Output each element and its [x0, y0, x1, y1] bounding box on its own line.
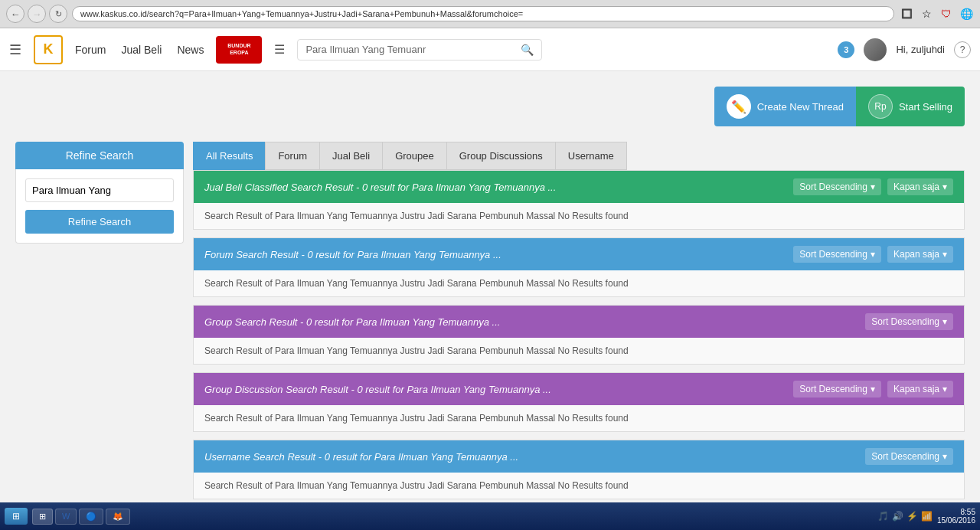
forum-kapan[interactable]: Kapan saja ▾ [887, 246, 953, 263]
username-title: Username Search Result - 0 result for Pa… [204, 451, 518, 463]
forum-title: Forum Search Result - 0 result for Para … [204, 249, 501, 260]
action-buttons: ✏️ Create New Thread Rp Start Selling [15, 87, 965, 126]
system-tray: 🎵 🔊 ⚡ 📶 [877, 511, 933, 522]
sidebar: Refine Search Refine Search [15, 142, 184, 507]
tray-icon-1: 🎵 [877, 511, 889, 522]
browser-actions: 🔲 ☆ 🛡 🌐 [899, 6, 974, 21]
tab-forum[interactable]: Forum [265, 142, 319, 170]
username-label: Hi, zuljuhdi [896, 44, 945, 55]
address-bar[interactable]: www.kaskus.co.id/search?q=Para+Ilmuan+Ya… [72, 6, 894, 21]
jual-beli-result: Jual Beli Classified Search Result - 0 r… [193, 170, 965, 230]
back-button[interactable]: ← [6, 5, 24, 23]
forum-sort[interactable]: Sort Descending ▾ [793, 246, 881, 263]
jual-beli-header: Jual Beli Classified Search Result - 0 r… [194, 171, 964, 203]
browser-nav-buttons: ← → ↻ [6, 5, 67, 23]
tab-groupee[interactable]: Groupee [382, 142, 446, 170]
sidebar-search-input[interactable] [25, 178, 174, 202]
main-nav: Forum Jual Beli News [75, 41, 204, 59]
url-text: www.kaskus.co.id/search?q=Para+Ilmuan+Ya… [80, 9, 523, 18]
header-right: 3 Hi, zuljuhdi ? [838, 38, 971, 61]
sell-icon: Rp [868, 94, 893, 119]
hamburger-menu[interactable]: ☰ [9, 41, 21, 58]
search-input[interactable] [305, 44, 521, 55]
nav-news[interactable]: News [177, 41, 204, 59]
taskbar-right: 🎵 🔊 ⚡ 📶 8:55 15/06/2016 [877, 508, 975, 525]
start-button[interactable]: ⊞ [5, 508, 28, 525]
create-thread-button[interactable]: ✏️ Create New Thread [714, 87, 856, 126]
group-discussion-title: Group Discussion Search Result - 0 resul… [204, 384, 551, 395]
nav-jual-beli[interactable]: Jual Beli [121, 41, 162, 59]
forum-header: Forum Search Result - 0 result for Para … [194, 238, 964, 270]
taskbar-word[interactable]: W [55, 509, 77, 525]
reload-button[interactable]: ↻ [49, 5, 67, 23]
forum-result: Forum Search Result - 0 result for Para … [193, 237, 965, 297]
taskbar-clock: 8:55 15/06/2016 [937, 508, 975, 525]
main-content: ✏️ Create New Thread Rp Start Selling Re… [0, 71, 980, 522]
search-box: 🔍 [297, 39, 542, 61]
sidebar-refine-button[interactable]: Refine Search [15, 142, 184, 169]
bundur-eropa-logo: BUNDUREROPA [216, 36, 262, 64]
extensions-icon[interactable]: 🔲 [899, 6, 914, 21]
results-area: All Results Forum Jual Beli Groupee Grou… [193, 142, 965, 507]
jual-beli-sort[interactable]: Sort Descending ▾ [793, 178, 881, 195]
notification-badge[interactable]: 3 [838, 41, 854, 58]
jual-beli-body: Search Result of Para Ilmuan Yang Temuan… [194, 203, 964, 229]
username-result: Username Search Result - 0 result for Pa… [193, 440, 965, 499]
forum-controls: Sort Descending ▾ Kapan saja ▾ [793, 246, 953, 263]
jual-beli-kapan[interactable]: Kapan saja ▾ [887, 178, 953, 195]
taskbar-windows[interactable]: ⊞ [32, 509, 53, 525]
group-title: Group Search Result - 0 result for Para … [204, 316, 500, 328]
tab-jual-beli[interactable]: Jual Beli [319, 142, 382, 170]
tray-icon-2: 🔊 [892, 511, 903, 522]
globe-icon[interactable]: 🌐 [959, 6, 974, 21]
group-discussion-sort[interactable]: Sort Descending ▾ [793, 381, 881, 398]
group-body: Search Result of Para Ilmuan Yang Temuan… [194, 338, 964, 364]
jual-beli-title: Jual Beli Classified Search Result - 0 r… [204, 182, 556, 193]
username-body: Search Result of Para Ilmuan Yang Temuan… [194, 473, 964, 499]
group-discussion-body: Search Result of Para Ilmuan Yang Temuan… [194, 405, 964, 431]
more-menu[interactable]: ☰ [274, 42, 285, 57]
sidebar-search-button[interactable]: Refine Search [25, 210, 174, 234]
taskbar: ⊞ ⊞ W 🔵 🦊 🎵 🔊 ⚡ 📶 8:55 15/06/2016 [0, 502, 980, 530]
group-discussion-result: Group Discussion Search Result - 0 resul… [193, 372, 965, 432]
kaskus-logo[interactable]: K [34, 35, 63, 64]
tab-all-results[interactable]: All Results [193, 142, 265, 170]
star-icon[interactable]: ☆ [919, 6, 934, 21]
tray-icon-3: ⚡ [906, 511, 918, 522]
windows-icon: ⊞ [39, 512, 46, 522]
taskbar-firefox[interactable]: 🦊 [106, 509, 130, 525]
search-button[interactable]: 🔍 [521, 44, 534, 56]
browser-chrome: ← → ↻ www.kaskus.co.id/search?q=Para+Ilm… [0, 0, 980, 28]
username-controls: Sort Descending ▾ [865, 448, 953, 465]
word-icon: W [62, 512, 70, 521]
user-avatar[interactable] [864, 38, 887, 61]
jual-beli-controls: Sort Descending ▾ Kapan saja ▾ [793, 178, 953, 195]
group-sort[interactable]: Sort Descending ▾ [865, 313, 953, 330]
tab-group-discussions[interactable]: Group Discussions [446, 142, 555, 170]
start-selling-button[interactable]: Rp Start Selling [856, 87, 965, 126]
group-discussion-kapan[interactable]: Kapan saja ▾ [887, 381, 953, 398]
search-layout: Refine Search Refine Search All Results … [15, 142, 965, 507]
help-button[interactable]: ? [954, 41, 971, 58]
group-discussion-controls: Sort Descending ▾ Kapan saja ▾ [793, 381, 953, 398]
forward-button[interactable]: → [28, 5, 46, 23]
shield-icon[interactable]: 🛡 [939, 6, 954, 21]
group-controls: Sort Descending ▾ [865, 313, 953, 330]
tray-icon-4: 📶 [921, 511, 933, 522]
nav-forum[interactable]: Forum [75, 41, 106, 59]
forum-body: Search Result of Para Ilmuan Yang Temuan… [194, 270, 964, 296]
firefox-icon: 🦊 [113, 512, 123, 522]
create-thread-label: Create New Thread [757, 101, 844, 113]
group-header: Group Search Result - 0 result for Para … [194, 306, 964, 338]
clock-time: 8:55 [937, 508, 975, 516]
chrome-icon: 🔵 [86, 512, 96, 522]
app-header: ☰ K Forum Jual Beli News BUNDUREROPA ☰ 🔍… [0, 28, 980, 71]
taskbar-chrome[interactable]: 🔵 [79, 509, 103, 525]
username-sort[interactable]: Sort Descending ▾ [865, 448, 953, 465]
search-tabs: All Results Forum Jual Beli Groupee Grou… [193, 142, 965, 170]
group-discussion-header: Group Discussion Search Result - 0 resul… [194, 373, 964, 405]
taskbar-apps: ⊞ W 🔵 🦊 [32, 509, 877, 525]
tab-username[interactable]: Username [555, 142, 627, 170]
create-icon: ✏️ [727, 94, 751, 119]
sidebar-body: Refine Search [15, 169, 184, 244]
